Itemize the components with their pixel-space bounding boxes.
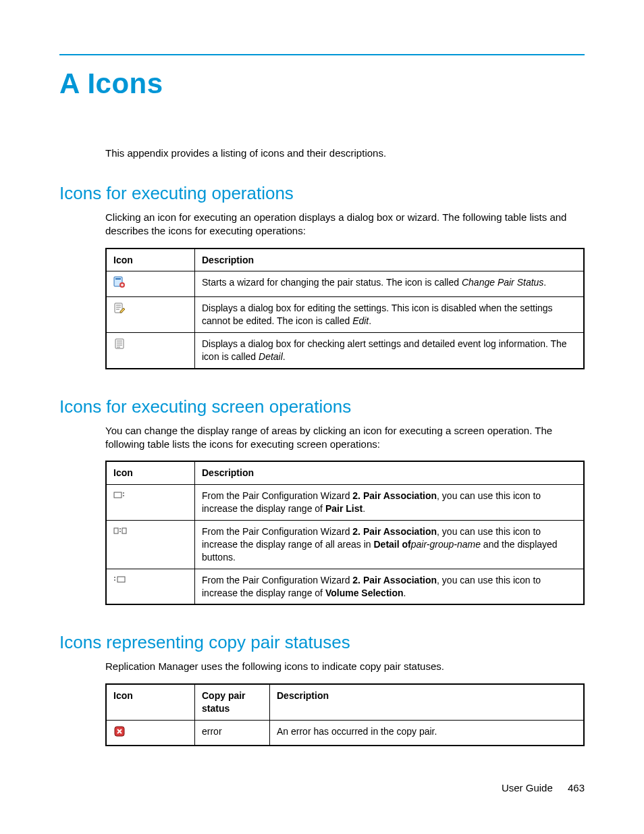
svg-rect-15	[114, 528, 118, 533]
desc-cell: Displays a dialog box for checking alert…	[195, 333, 585, 369]
col-header-icon: Icon	[106, 461, 195, 484]
col-header-status: Copy pair status	[195, 684, 270, 720]
desc-cell: An error has occurred in the copy pair.	[270, 720, 585, 746]
desc-cell: From the Pair Configuration Wizard 2. Pa…	[195, 569, 585, 604]
table-row: From the Pair Configuration Wizard 2. Pa…	[106, 485, 584, 521]
icon-cell	[106, 297, 195, 333]
top-rule	[59, 54, 585, 55]
svg-rect-18	[122, 528, 126, 533]
svg-rect-19	[114, 577, 115, 578]
desc-cell: Starts a wizard for changing the pair st…	[195, 271, 585, 297]
footer-label: User Guide	[502, 782, 553, 793]
table-header-row: Icon Copy pair status Description	[106, 684, 584, 720]
svg-rect-21	[117, 577, 125, 582]
col-header-desc: Description	[195, 461, 585, 484]
svg-rect-13	[123, 492, 124, 494]
page: A Icons This appendix provides a listing…	[0, 0, 644, 834]
col-header-desc: Description	[270, 684, 585, 720]
table-exec-ops: Icon Description Starts a wizard for cha…	[105, 248, 585, 369]
edit-icon	[113, 302, 126, 317]
table-header-row: Icon Description	[106, 249, 584, 271]
table-row: Displays a dialog box for editing the se…	[106, 297, 584, 333]
section-heading-screen-ops: Icons for executing screen operations	[59, 396, 585, 417]
expand-detail-icon	[113, 526, 127, 539]
section-heading-copy-pair: Icons representing copy pair statuses	[59, 632, 585, 653]
status-cell: error	[195, 720, 270, 746]
icon-cell	[106, 521, 195, 569]
desc-cell: Displays a dialog box for editing the se…	[195, 297, 585, 333]
section-body-screen-ops: You can change the display range of area…	[105, 424, 585, 452]
page-number: 463	[568, 782, 585, 793]
svg-rect-1	[115, 278, 121, 280]
col-header-icon: Icon	[106, 249, 195, 271]
intro-paragraph: This appendix provides a listing of icon…	[105, 147, 585, 159]
icon-cell	[106, 569, 195, 604]
table-screen-ops: Icon Description From the Pair Configura…	[105, 461, 585, 605]
table-row: From the Pair Configuration Wizard 2. Pa…	[106, 521, 584, 569]
desc-cell: From the Pair Configuration Wizard 2. Pa…	[195, 485, 585, 521]
icon-cell	[106, 485, 195, 521]
desc-cell: From the Pair Configuration Wizard 2. Pa…	[195, 521, 585, 569]
icon-cell	[106, 271, 195, 297]
col-header-desc: Description	[195, 249, 585, 271]
change-pair-status-icon	[113, 276, 126, 292]
table-row: error An error has occurred in the copy …	[106, 720, 584, 746]
footer: User Guide 463	[502, 782, 585, 793]
table-row: Starts a wizard for changing the pair st…	[106, 271, 584, 297]
table-row: Displays a dialog box for checking alert…	[106, 333, 584, 369]
svg-rect-17	[119, 531, 121, 532]
expand-volume-selection-icon	[113, 575, 127, 588]
svg-rect-20	[114, 579, 115, 581]
detail-icon	[113, 338, 126, 353]
svg-rect-14	[123, 495, 124, 496]
icon-cell	[106, 333, 195, 369]
appendix-title: A Icons	[59, 68, 585, 100]
svg-rect-12	[114, 492, 122, 498]
expand-pair-list-icon	[113, 490, 127, 503]
section-heading-exec-ops: Icons for executing operations	[59, 183, 585, 204]
section-body-exec-ops: Clicking an icon for executing an operat…	[105, 211, 585, 238]
section-body-copy-pair: Replication Manager uses the following i…	[105, 660, 585, 673]
col-header-icon: Icon	[106, 684, 195, 720]
error-status-icon	[113, 725, 126, 741]
icon-cell	[106, 720, 195, 746]
table-row: From the Pair Configuration Wizard 2. Pa…	[106, 569, 584, 604]
table-copy-pair: Icon Copy pair status Description error …	[105, 683, 585, 747]
svg-rect-16	[119, 528, 121, 529]
table-header-row: Icon Description	[106, 461, 584, 484]
